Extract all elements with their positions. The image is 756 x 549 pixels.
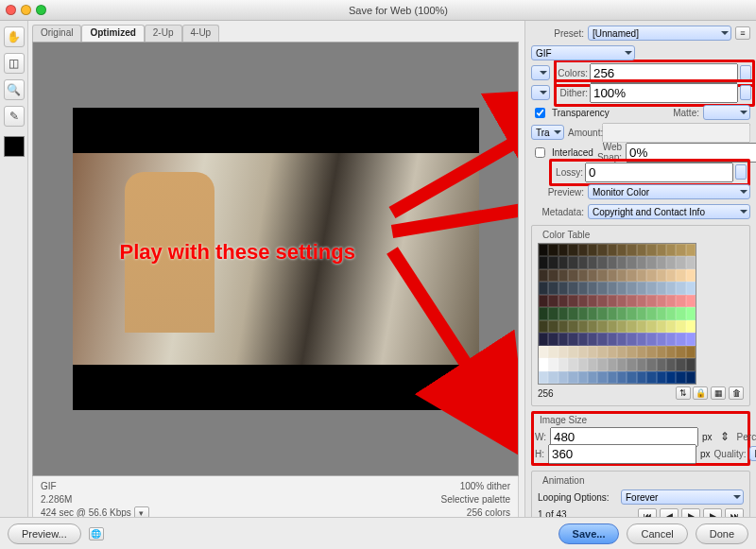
save-button[interactable]: Save... [558,523,620,544]
color-swatch[interactable] [637,307,646,319]
color-swatch[interactable] [676,295,685,307]
dither-algo-select[interactable]: Diffusion [531,85,550,100]
color-swatch[interactable] [568,358,577,370]
color-swatch[interactable] [578,244,588,256]
preset-select[interactable]: [Unnamed] [588,26,731,41]
lossy-input[interactable] [585,163,733,182]
color-swatch[interactable] [627,244,636,256]
color-swatch[interactable] [568,269,577,282]
color-swatch[interactable] [548,320,558,333]
color-swatch[interactable] [608,358,617,370]
color-swatch[interactable] [588,269,597,282]
color-swatch[interactable] [627,256,636,268]
color-swatch[interactable] [539,307,548,319]
color-swatch[interactable] [578,320,588,333]
color-swatch[interactable] [568,307,577,319]
color-swatch[interactable] [666,256,676,268]
color-swatch[interactable] [548,256,558,268]
color-swatch[interactable] [657,269,666,282]
color-swatch[interactable] [558,358,568,370]
color-swatch[interactable] [578,358,588,370]
color-swatch[interactable] [548,358,558,370]
color-swatch[interactable] [539,244,548,256]
color-swatch[interactable] [558,307,568,319]
color-swatch[interactable] [597,371,607,384]
color-swatch[interactable] [676,358,685,370]
color-swatch[interactable] [686,269,696,282]
color-swatch[interactable] [597,320,607,333]
color-swatch[interactable] [608,320,617,333]
color-swatch[interactable] [627,358,636,370]
colors-stepper[interactable] [740,65,751,80]
color-swatch[interactable] [657,358,666,370]
color-swatch[interactable] [608,307,617,319]
color-swatch[interactable] [597,307,607,319]
color-swatch[interactable] [686,320,696,333]
color-swatch[interactable] [539,282,548,294]
color-swatch[interactable] [686,346,696,358]
quality-select[interactable]: Bicubic [749,446,756,461]
color-swatch[interactable] [637,295,646,307]
color-swatch[interactable] [578,269,588,282]
lossy-stepper[interactable] [735,164,747,180]
foreground-swatch[interactable] [4,136,25,157]
color-swatch[interactable] [578,282,588,294]
color-swatch[interactable] [617,256,627,268]
ct-new-button[interactable]: ▦ [711,386,726,400]
color-swatch[interactable] [558,244,568,256]
preset-menu-button[interactable]: ≡ [735,26,750,40]
color-swatch[interactable] [657,346,666,358]
color-swatch[interactable] [657,256,666,268]
color-swatch[interactable] [617,371,627,384]
height-input[interactable] [548,444,696,464]
color-swatch[interactable] [646,256,656,268]
dither-stepper[interactable] [740,85,751,100]
color-swatch[interactable] [676,244,685,256]
color-swatch[interactable] [539,295,548,307]
color-swatch[interactable] [666,333,676,345]
color-swatch[interactable] [646,244,656,256]
color-swatch[interactable] [548,282,558,294]
color-swatch[interactable] [568,244,577,256]
color-swatch[interactable] [676,346,685,358]
color-swatch[interactable] [588,256,597,268]
color-swatch[interactable] [637,269,646,282]
color-swatch[interactable] [627,333,636,345]
color-swatch[interactable] [597,295,607,307]
color-swatch[interactable] [676,371,685,384]
color-swatch[interactable] [588,333,597,345]
eyedropper-tool-button[interactable]: ✎ [4,106,25,127]
color-swatch[interactable] [617,333,627,345]
color-swatch[interactable] [578,256,588,268]
reduction-select[interactable]: Selective [531,65,550,80]
color-swatch[interactable] [578,307,588,319]
color-swatch[interactable] [568,282,577,294]
color-swatch[interactable] [657,371,666,384]
color-swatch[interactable] [637,256,646,268]
color-swatch[interactable] [558,282,568,294]
color-swatch[interactable] [588,358,597,370]
color-swatch[interactable] [617,320,627,333]
color-swatch[interactable] [686,307,696,319]
color-swatch[interactable] [548,346,558,358]
color-swatch[interactable] [657,244,666,256]
preview-canvas[interactable]: Play with these settings [32,42,519,476]
color-swatch[interactable] [539,358,548,370]
color-swatch[interactable] [539,333,548,345]
tab-original[interactable]: Original [32,25,81,42]
color-swatch[interactable] [637,333,646,345]
zoom-window-button[interactable] [36,5,46,15]
tab-4up[interactable]: 4-Up [182,25,220,42]
color-swatch[interactable] [676,282,685,294]
color-swatch[interactable] [597,244,607,256]
color-swatch[interactable] [627,307,636,319]
color-swatch[interactable] [568,256,577,268]
color-swatch[interactable] [597,346,607,358]
color-swatch[interactable] [548,333,558,345]
color-swatch[interactable] [646,358,656,370]
done-button[interactable]: Done [696,523,748,544]
color-swatch[interactable] [657,320,666,333]
tab-optimized[interactable]: Optimized [81,25,144,42]
color-swatch[interactable] [558,269,568,282]
color-swatch[interactable] [588,307,597,319]
